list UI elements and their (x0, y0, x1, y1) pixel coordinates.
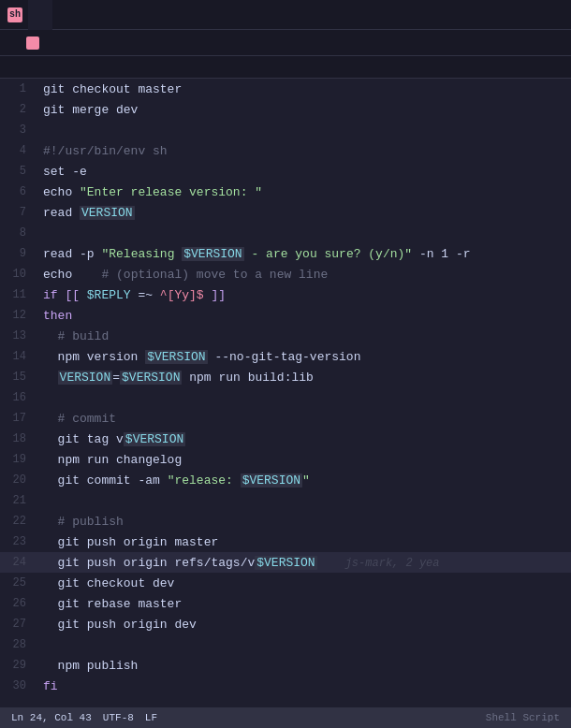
line-number: 5 (0, 165, 37, 178)
code-line-15: 15 VERSION=$VERSION npm run build:lib (0, 367, 571, 387)
line-number: 10 (0, 268, 37, 281)
line-content: then (37, 309, 571, 323)
code-line-4: 4#!/usr/bin/env sh (0, 140, 571, 161)
line-content: #!/usr/bin/env sh (37, 144, 571, 158)
code-line-6: 6echo "Enter release version: " (0, 182, 571, 202)
line-number: 23 (0, 535, 37, 548)
code-line-19: 19 npm run changelog (0, 449, 571, 470)
line-content: fi (37, 679, 571, 693)
line-content: # publish (37, 515, 571, 529)
code-line-25: 25 git checkout dev (0, 573, 571, 593)
line-content: npm run changelog (37, 453, 571, 467)
line-number: 25 (0, 576, 37, 590)
line-content: git checkout master (37, 82, 571, 96)
line-number: 28 (0, 638, 37, 651)
code-line-28: 28 (0, 634, 571, 655)
line-number: 18 (0, 432, 37, 445)
code-line-18: 18 git tag v$VERSION (0, 429, 571, 449)
line-content: npm version $VERSION --no-git-tag-versio… (37, 350, 571, 364)
line-content: # commit (37, 412, 571, 426)
line-number: 19 (0, 453, 37, 466)
file-icon: sh (7, 7, 22, 22)
breadcrumb-file-icon (26, 36, 39, 50)
line-number: 20 (0, 473, 37, 487)
title-bar: sh (0, 0, 571, 30)
line-content: if [[ $REPLY =~ ^[Yy]$ ]] (37, 288, 571, 302)
line-number: 15 (0, 371, 37, 384)
status-right: Shell Script (486, 712, 560, 723)
code-line-27: 27 git push origin dev (0, 614, 571, 634)
line-number: 2 (0, 103, 37, 116)
code-line-23: 23 git push origin master (0, 531, 571, 552)
line-number: 22 (0, 515, 37, 528)
status-eol: LF (145, 712, 157, 723)
code-line-13: 13 # build (0, 326, 571, 346)
status-language: Shell Script (486, 712, 560, 723)
line-content: git push origin master (37, 535, 571, 549)
code-line-1: 1git checkout master (0, 79, 571, 99)
line-content: git push origin refs/tags/v$VERSIONjs-ma… (37, 556, 571, 570)
code-line-22: 22 # publish (0, 511, 571, 531)
code-line-16: 16 (0, 387, 571, 408)
line-content: read -p "Releasing $VERSION - are you su… (37, 247, 571, 261)
code-line-26: 26 git rebase master (0, 593, 571, 614)
breadcrumb (0, 30, 571, 56)
code-line-14: 14 npm version $VERSION --no-git-tag-ver… (0, 346, 571, 367)
line-content: set -e (37, 165, 571, 179)
git-info-bar (0, 56, 571, 79)
code-line-29: 29 npm publish (0, 655, 571, 676)
line-content: git commit -am "release: $VERSION" (37, 473, 571, 488)
code-line-5: 5set -e (0, 161, 571, 182)
line-number: 21 (0, 494, 37, 507)
line-number: 7 (0, 206, 37, 219)
status-bar: Ln 24, Col 43 UTF-8 LF Shell Script (0, 707, 571, 728)
line-number: 4 (0, 144, 37, 157)
line-content: git tag v$VERSION (37, 432, 571, 446)
line-number: 29 (0, 659, 37, 672)
code-line-2: 2git merge dev (0, 99, 571, 120)
code-line-11: 11if [[ $REPLY =~ ^[Yy]$ ]] (0, 284, 571, 305)
line-number: 13 (0, 329, 37, 342)
line-content: read VERSION (37, 206, 571, 220)
line-content: # build (37, 329, 571, 343)
line-number: 12 (0, 309, 37, 322)
code-line-17: 17 # commit (0, 408, 571, 429)
code-line-30: 30fi (0, 676, 571, 696)
code-line-20: 20 git commit -am "release: $VERSION" (0, 470, 571, 490)
code-line-24: 24 git push origin refs/tags/v$VERSIONjs… (0, 552, 571, 573)
line-number: 17 (0, 412, 37, 425)
code-line-10: 10echo # (optional) move to a new line (0, 264, 571, 284)
code-line-3: 3 (0, 120, 571, 140)
line-number: 30 (0, 679, 37, 692)
line-content: echo # (optional) move to a new line (37, 268, 571, 282)
code-line-8: 8 (0, 223, 571, 243)
code-editor: 1git checkout master2git merge dev34#!/u… (0, 79, 571, 696)
line-number: 14 (0, 350, 37, 363)
line-number: 26 (0, 597, 37, 610)
line-content: git push origin dev (37, 618, 571, 632)
line-number: 16 (0, 391, 37, 404)
line-content: npm publish (37, 659, 571, 673)
code-line-21: 21 (0, 490, 571, 511)
tab-release-sh[interactable] (28, 0, 52, 30)
status-encoding: UTF-8 (103, 712, 134, 723)
code-line-9: 9read -p "Releasing $VERSION - are you s… (0, 243, 571, 264)
line-content: git merge dev (37, 103, 571, 117)
line-number: 1 (0, 82, 37, 95)
line-number: 6 (0, 185, 37, 198)
line-number: 11 (0, 288, 37, 301)
code-line-12: 12then (0, 305, 571, 326)
line-content: VERSION=$VERSION npm run build:lib (37, 371, 571, 385)
line-number: 27 (0, 618, 37, 631)
line-number: 9 (0, 247, 37, 260)
line-number: 24 (0, 556, 37, 569)
line-content: git rebase master (37, 597, 571, 611)
line-number: 8 (0, 226, 37, 240)
status-position: Ln 24, Col 43 (11, 712, 92, 723)
breadcrumb-file (26, 36, 43, 50)
git-blame-hint: js-mark, 2 yea (345, 557, 440, 570)
line-content: echo "Enter release version: " (37, 185, 571, 199)
line-content: git checkout dev (37, 576, 571, 590)
status-left: Ln 24, Col 43 UTF-8 LF (11, 712, 157, 723)
line-number: 3 (0, 124, 37, 137)
